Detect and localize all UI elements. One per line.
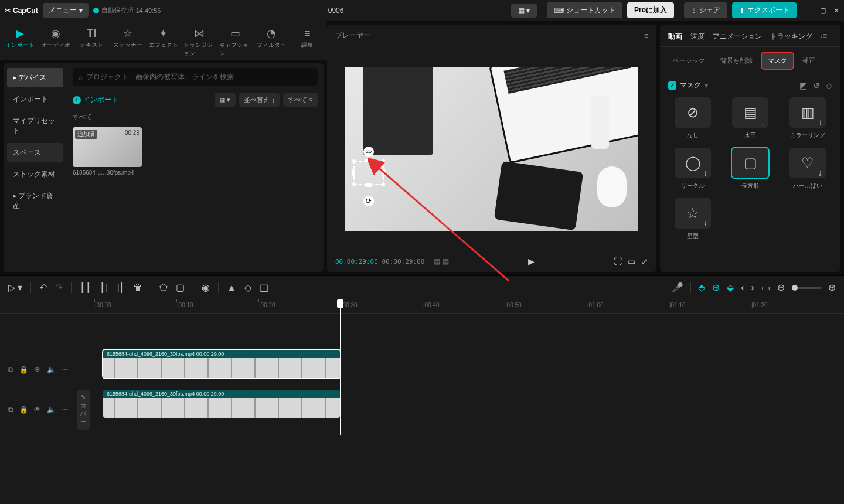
maximize-button[interactable]: ▢ (820, 6, 826, 15)
mask-horizontal[interactable]: ▤⭳ 水平 (726, 97, 775, 139)
cover-button[interactable]: ✎カバー (77, 390, 90, 430)
marker-tool[interactable]: ⬠ (159, 282, 168, 293)
undo-button[interactable]: ↶ (39, 282, 47, 293)
download-icon: ⭳ (818, 170, 823, 176)
crop-tool[interactable]: ▢ (176, 282, 185, 293)
mask-reset-icon[interactable]: ↺ (813, 81, 820, 90)
mirror-tool[interactable]: ▲ (227, 282, 236, 293)
nav-preset[interactable]: マイプリセット (7, 111, 63, 141)
mask-none[interactable]: ⊘ なし (668, 97, 717, 139)
ratio-icon[interactable]: ▭ (628, 257, 635, 266)
player-menu-icon[interactable]: ≡ (644, 32, 648, 40)
mask-rotate-handle[interactable]: ⟳ (363, 196, 374, 206)
search-input[interactable]: ⌕ プロジェクト、画像内の被写体、ラインを検索 (73, 68, 318, 86)
nav-brand[interactable]: ▸ ブランド資産 (7, 186, 63, 216)
media-thumbnail[interactable]: 追加済 00:29 6185684-u…30fps.mp4 (73, 127, 142, 176)
pro-button[interactable]: Proに加入 (627, 2, 674, 18)
mask-transform-overlay[interactable]: «» ⟳ (353, 161, 384, 185)
subtab-mask[interactable]: マスク (762, 53, 793, 69)
trim-right-tool[interactable]: ]┃ (117, 282, 125, 293)
tab-caption[interactable]: ▭ キャプション (218, 25, 253, 60)
tab-tracking[interactable]: トラッキング (770, 32, 812, 42)
sort-button[interactable]: 並べ替え ↕ (239, 93, 280, 107)
delete-tool[interactable]: 🗑 (133, 282, 142, 293)
playhead[interactable] (340, 299, 341, 435)
clip-track-2[interactable]: 6185684-uhd_4096_2160_30fps.mp4 00:00:29… (103, 350, 340, 378)
track-vol-icon[interactable]: 🔈 (47, 406, 56, 414)
preview-quality-icon[interactable]: ▤ ▤ (434, 257, 448, 265)
menu-button[interactable]: メニュー▾ (43, 3, 89, 18)
rotate-tool[interactable]: ◇ (244, 282, 251, 293)
nav-space[interactable]: スペース (7, 143, 63, 162)
subtab-correct[interactable]: 補正 (797, 53, 821, 69)
tab-speed[interactable]: 速度 (690, 32, 705, 42)
track-vol-icon[interactable]: 🔈 (47, 366, 56, 374)
mask-mirror[interactable]: ▥⭳ ミラーリング (783, 97, 832, 139)
tab-effect[interactable]: ✦ エフェクト (146, 25, 181, 60)
mask-keyframe-icon[interactable]: ◇ (826, 81, 832, 90)
align-tool[interactable]: ⟷ (741, 282, 754, 293)
mask-star[interactable]: ☆⭳ 星型 (668, 198, 717, 240)
layout-button[interactable]: ▦ ▾ (511, 4, 537, 18)
view-grid-button[interactable]: ▦ ▾ (215, 93, 235, 107)
crop2-tool[interactable]: ◫ (260, 282, 268, 293)
track-more-icon[interactable]: ⋯ (62, 366, 69, 374)
player-viewport[interactable]: «» ⟳ (327, 46, 656, 251)
zoom-slider[interactable] (792, 287, 821, 289)
mask-invert-icon[interactable]: ◩ (799, 81, 807, 90)
link-tool[interactable]: ⬙ (727, 282, 734, 293)
shortcut-button[interactable]: ⌨ショートカット (547, 2, 622, 18)
track-more-icon[interactable]: ⋯ (62, 406, 69, 414)
tab-video[interactable]: 動画 (668, 32, 682, 42)
track-lock-icon[interactable]: 🔒 (19, 366, 28, 374)
pointer-tool[interactable]: ▷ ▾ (8, 282, 22, 293)
tab-audio[interactable]: ◉ オーディオ (38, 25, 73, 60)
subtab-basic[interactable]: ベーシック (667, 53, 711, 69)
fullscreen-icon[interactable]: ⤢ (641, 257, 648, 266)
mask-circle[interactable]: ◯⭳ サークル (668, 148, 717, 190)
import-button[interactable]: + インポート (73, 95, 118, 105)
split-tool[interactable]: ┃┃ (80, 282, 91, 293)
tab-text[interactable]: TI テキスト (74, 25, 109, 60)
track-eye-icon[interactable]: 👁 (34, 406, 41, 414)
sticker-icon: ☆ (123, 27, 132, 40)
tab-animation[interactable]: アニメーション (713, 32, 762, 42)
track-dup-icon[interactable]: ⧉ (8, 366, 13, 374)
track-lock-icon[interactable]: 🔒 (19, 406, 28, 414)
export-button[interactable]: ⬆エクスポート (732, 2, 797, 18)
redo-button[interactable]: ↷ (55, 282, 63, 293)
mask-enabled-checkbox[interactable]: ✓ (668, 81, 676, 90)
magnet-tool[interactable]: ⊕ (712, 282, 720, 293)
zoom-out[interactable]: ⊖ (777, 282, 785, 293)
track-eye-icon[interactable]: 👁 (34, 366, 41, 374)
mask-heart[interactable]: ♡⭳ ハー…ぱい (783, 148, 832, 190)
section-all: すべて (73, 113, 318, 121)
share-button[interactable]: ⇪シェア (684, 2, 727, 18)
track-dup-icon[interactable]: ⧉ (8, 406, 13, 414)
close-button[interactable]: ✕ (833, 6, 839, 15)
timeline-tracks[interactable]: 6185684-uhd_4096_2160_30fps.mp4 00:00:29… (95, 314, 844, 435)
minimize-button[interactable]: — (806, 6, 813, 15)
mask-expand-handle[interactable]: «» (363, 147, 374, 157)
zoom-in[interactable]: ⊕ (828, 282, 836, 293)
clip-track-1[interactable]: 6185684-uhd_4096_2160_30fps.mp4 00:00:29… (103, 390, 340, 418)
tab-import[interactable]: ▶ インポート (2, 25, 37, 60)
subtab-removebg[interactable]: 背景を削除 (714, 53, 758, 69)
tab-filter[interactable]: ◔ フィルター (254, 25, 288, 60)
tab-adjust[interactable]: ≡ 調整 (290, 25, 325, 60)
play-button[interactable]: ▶ (528, 257, 535, 266)
scale-icon[interactable]: ⛶ (614, 257, 622, 266)
tab-transition[interactable]: ⋈ トランジション (182, 25, 217, 60)
nav-stock[interactable]: ストック素材 (7, 165, 63, 184)
timeline-ruler[interactable]: |00:00|00:10|00:20|00:30|00:40|00:50|01:… (0, 299, 844, 314)
trim-left-tool[interactable]: ┃[ (100, 282, 108, 293)
preview-tool[interactable]: ▭ (761, 282, 770, 293)
tab-sticker[interactable]: ☆ ステッカー (110, 25, 145, 60)
filter-all-button[interactable]: すべて ▿ (283, 93, 318, 107)
nav-import[interactable]: インポート (7, 90, 63, 109)
mic-icon[interactable]: 🎤 (672, 282, 683, 293)
mask-rectangle[interactable]: ▢ 長方形 (726, 148, 775, 190)
snap-tool[interactable]: ⬘ (698, 282, 705, 293)
nav-device[interactable]: ▸ デバイス (7, 68, 63, 87)
record-tool[interactable]: ◉ (202, 282, 210, 293)
